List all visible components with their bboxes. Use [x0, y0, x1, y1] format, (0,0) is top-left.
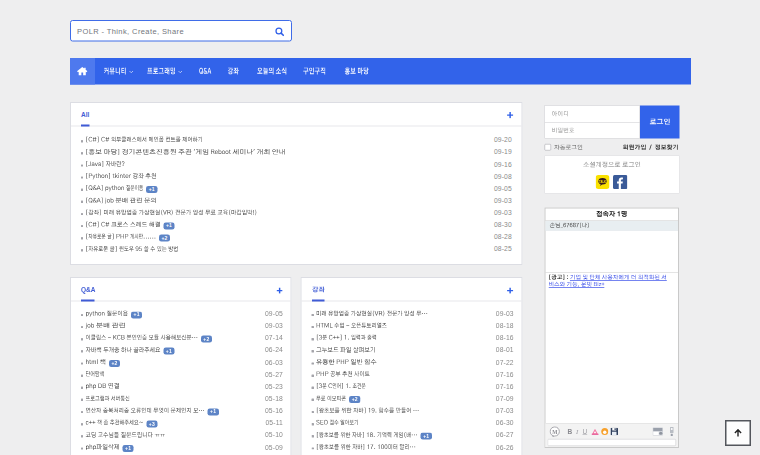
- svg-text:M: M: [552, 428, 558, 434]
- svg-text:TALK: TALK: [599, 179, 606, 183]
